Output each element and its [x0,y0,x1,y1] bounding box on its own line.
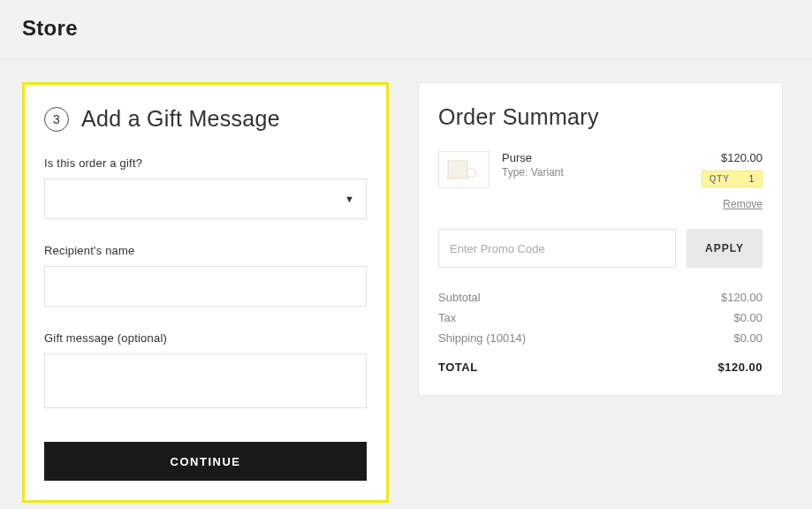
item-price: $120.00 [702,151,763,164]
promo-row: APPLY [438,229,763,268]
tax-value: $0.00 [733,311,763,324]
panel-title: Add a Gift Message [81,106,280,132]
main-content: 3 Add a Gift Message Is this order a gif… [0,59,812,503]
is-gift-select[interactable] [44,179,367,219]
svg-rect-0 [448,161,467,179]
shipping-value: $0.00 [733,331,763,345]
subtotal-value: $120.00 [721,291,763,304]
item-name: Purse [502,151,689,164]
shipping-line: Shipping (10014) $0.00 [438,331,763,345]
subtotal-label: Subtotal [438,291,481,304]
gift-message-textarea[interactable] [44,353,367,408]
subtotal-line: Subtotal $120.00 [438,291,763,304]
apply-promo-button[interactable]: APPLY [687,229,763,268]
item-right-col: $120.00 QTY 1 [702,151,763,188]
line-item-row: Purse Type: Variant $120.00 QTY 1 [438,151,763,188]
gift-message-label: Gift message (optional) [44,331,367,345]
shipping-label: Shipping (10014) [438,331,526,345]
page-header: Store [0,0,812,59]
recipient-name-input[interactable] [44,266,367,307]
recipient-name-label: Recipient's name [44,244,367,257]
remove-link[interactable]: Remove [723,198,763,210]
page-title: Store [22,16,790,41]
total-line: TOTAL $120.00 [438,361,763,374]
step-number-badge: 3 [44,107,69,132]
qty-value: 1 [749,174,755,184]
remove-link-row: Remove [438,195,763,211]
continue-button[interactable]: CONTINUE [44,442,367,481]
is-gift-label: Is this order a gift? [44,156,367,170]
order-summary-panel: Order Summary Purse Type: Variant $120.0… [418,82,783,396]
promo-code-input[interactable] [438,229,676,268]
gift-message-panel: 3 Add a Gift Message Is this order a gif… [22,82,389,503]
item-variant: Type: Variant [502,166,689,179]
total-value: $120.00 [718,361,763,374]
product-thumbnail [438,151,489,188]
purse-icon [446,157,482,182]
panel-header: 3 Add a Gift Message [44,106,367,132]
total-label: TOTAL [438,361,478,374]
tax-label: Tax [438,311,456,324]
is-gift-select-wrap: ▼ [44,179,367,219]
qty-badge: QTY 1 [702,171,763,187]
item-info: Purse Type: Variant [502,151,689,188]
qty-label: QTY [710,174,730,184]
tax-line: Tax $0.00 [438,311,763,324]
summary-title: Order Summary [438,104,763,130]
